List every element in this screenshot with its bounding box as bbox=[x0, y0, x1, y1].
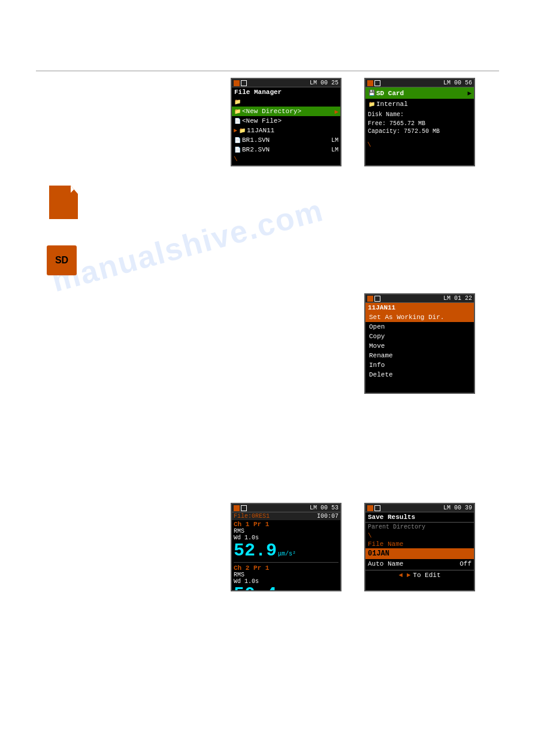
meas-ch1-value: 52.9 bbox=[234, 542, 277, 560]
save-white-indicator bbox=[374, 505, 380, 511]
free-row: Free: 7565.72 MB bbox=[365, 120, 474, 127]
meas-divider bbox=[234, 562, 338, 563]
screen-measurement: LM 00 53 File:0RES1 I00:07 Ch 1 Pr 1 RMS… bbox=[231, 503, 341, 591]
ctx-filename: 11JAN11 bbox=[365, 303, 474, 312]
white-indicator bbox=[241, 80, 247, 86]
jan11-label: 11JAN11 bbox=[247, 127, 338, 134]
save-parent-dir: Parent Directory bbox=[365, 523, 474, 532]
ctx-left-icons bbox=[367, 296, 380, 302]
save-left-icons bbox=[367, 505, 380, 511]
ctx-item-move: Move bbox=[365, 341, 474, 351]
ctx-item-info: Info bbox=[365, 360, 474, 370]
titlebar-meas: LM 00 53 bbox=[232, 504, 340, 512]
ctx-item-copy: Copy bbox=[365, 332, 474, 341]
titlebar-fm2: LM 00 56 bbox=[365, 79, 474, 87]
big-sd-icon-container: SD bbox=[47, 245, 77, 275]
fm2-row-internal: 📁 Internal bbox=[365, 99, 474, 110]
big-file-icon-container bbox=[49, 186, 78, 219]
newdir-folder-icon: 📁 bbox=[234, 108, 241, 115]
ctx-white-indicator bbox=[374, 296, 380, 302]
disk-name-row: Disk Name: bbox=[365, 110, 474, 120]
screen-context-menu: LM 01 22 11JAN11 Set As Working Dir. Ope… bbox=[364, 293, 475, 394]
save-autoname-row: Auto Name Off bbox=[365, 559, 474, 569]
meas-counter: I00:07 bbox=[317, 513, 338, 520]
internal-icon: 📁 bbox=[368, 101, 375, 108]
br2-label: BR2.SVN bbox=[242, 146, 331, 153]
titlebar-right-text: LM 00 25 bbox=[310, 80, 338, 86]
ctx-item-delete: Delete bbox=[365, 370, 474, 379]
watermark: manualshive.com bbox=[48, 192, 327, 299]
sdcard-label: SD Card bbox=[376, 90, 467, 97]
big-sd-text: SD bbox=[55, 255, 68, 266]
br1-label: BR1.SVN bbox=[242, 136, 331, 144]
capacity-value: 7572.50 MB bbox=[404, 128, 440, 135]
big-file-icon bbox=[49, 186, 78, 219]
fm2-left-icons bbox=[367, 80, 380, 86]
meas-ch1-label: Ch 1 Pr 1 bbox=[234, 521, 338, 528]
save-filename-value: 01JAN bbox=[365, 548, 474, 559]
save-orange-indicator bbox=[367, 505, 373, 511]
jan11-folder-icon: 📁 bbox=[238, 127, 246, 134]
titlebar-left-icons bbox=[234, 80, 247, 86]
br2-suffix: LM bbox=[331, 147, 338, 153]
sdcard-arrow: ▶ bbox=[467, 89, 471, 97]
fm1-row-br1: 📄 BR1.SVN LM bbox=[232, 135, 340, 145]
fm2-footer-text: \ bbox=[367, 141, 371, 148]
ctx-orange-indicator bbox=[367, 296, 373, 302]
fm1-title: File Manager bbox=[232, 87, 340, 97]
fm1-footer: \ bbox=[232, 154, 340, 164]
newfile-label: <New File> bbox=[242, 117, 338, 125]
big-sd-icon: SD bbox=[47, 245, 77, 275]
screen-file-manager-1: LM 00 25 File Manager 📁 📁 <New Directory… bbox=[231, 78, 341, 166]
save-footer: ◄ ► To Edit bbox=[365, 570, 474, 580]
newdir-arrow: ▶ bbox=[334, 108, 338, 116]
fm2-row-sdcard: 💾 SD Card ▶ bbox=[365, 87, 474, 99]
newfile-icon: 📄 bbox=[234, 117, 241, 125]
meas-white-indicator bbox=[241, 505, 247, 511]
titlebar-ctx: LM 01 22 bbox=[365, 294, 474, 303]
br1-icon: 📄 bbox=[234, 136, 241, 144]
meas-orange-indicator bbox=[234, 505, 240, 511]
save-autoname-value: Off bbox=[460, 560, 471, 567]
meas-ch2-rms: RMS bbox=[234, 572, 338, 578]
save-title: Save Results bbox=[365, 512, 474, 523]
save-titlebar-right: LM 00 39 bbox=[443, 505, 472, 511]
save-file-name-label: File Name bbox=[365, 540, 474, 548]
meas-ch1-unit: μm/s² bbox=[278, 551, 296, 557]
fm2-orange-indicator bbox=[367, 80, 373, 86]
fm1-row-11jan11: ► 📁 11JAN11 bbox=[232, 126, 340, 135]
ctx-item-open: Open bbox=[365, 322, 474, 332]
fm1-row-newfile: 📄 <New File> bbox=[232, 116, 340, 126]
meas-ch2-label: Ch 2 Pr 1 bbox=[234, 564, 338, 572]
screen-save-results: LM 00 39 Save Results Parent Directory \… bbox=[364, 503, 475, 591]
meas-ch2-value: 50.4 bbox=[234, 585, 277, 591]
titlebar-fm1: LM 00 25 bbox=[232, 79, 340, 87]
save-folder-icon: \ bbox=[365, 532, 474, 540]
meas-ch1-section: Ch 1 Pr 1 RMS Wd 1.0s bbox=[232, 520, 340, 542]
meas-ch1-value-row: 52.9 μm/s² bbox=[232, 542, 340, 561]
meas-left-icons bbox=[234, 505, 247, 511]
screen-file-manager-2: LM 00 56 💾 SD Card ▶ 📁 Internal Disk Nam… bbox=[364, 78, 475, 166]
meas-file-label: File:0RES1 bbox=[234, 513, 270, 520]
save-footer-arrows: ◄ ► bbox=[398, 572, 410, 579]
fm1-footer-text: \ bbox=[234, 156, 238, 163]
newdir-label: <New Directory> bbox=[242, 108, 334, 115]
ctx-item-set-working-dir: Set As Working Dir. bbox=[365, 312, 474, 322]
top-divider bbox=[36, 71, 499, 71]
fm2-titlebar-right: LM 00 56 bbox=[443, 80, 472, 86]
meas-file-header: File:0RES1 I00:07 bbox=[232, 512, 340, 520]
free-value: 7565.72 MB bbox=[389, 120, 425, 127]
fm1-row-icon: 📁 bbox=[232, 97, 340, 107]
ctx-item-rename: Rename bbox=[365, 351, 474, 360]
folder-icon-row: 📁 bbox=[234, 98, 241, 105]
disk-name-label: Disk Name: bbox=[368, 111, 404, 118]
free-label: Free: bbox=[368, 120, 386, 127]
ctx-titlebar-right: LM 01 22 bbox=[443, 295, 472, 302]
meas-ch1-rms: RMS bbox=[234, 528, 338, 535]
internal-label: Internal bbox=[376, 101, 471, 108]
capacity-row: Capacity: 7572.50 MB bbox=[365, 127, 474, 135]
meas-ch2-section: Ch 2 Pr 1 RMS Wd 1.0s bbox=[232, 564, 340, 585]
save-autoname-label: Auto Name bbox=[368, 560, 403, 567]
capacity-label: Capacity: bbox=[368, 128, 400, 135]
br1-suffix: LM bbox=[331, 137, 338, 144]
